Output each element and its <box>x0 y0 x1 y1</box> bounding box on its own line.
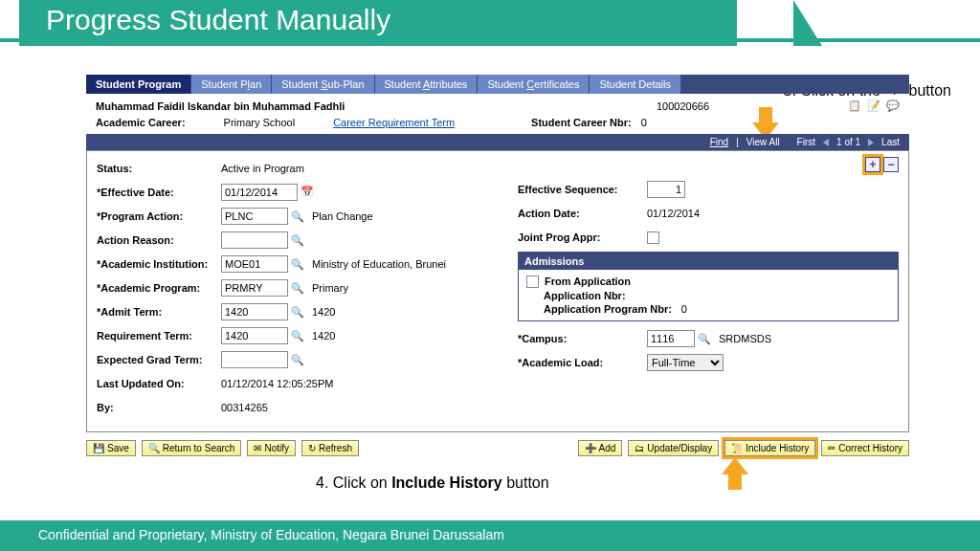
acad-load-select[interactable]: Full-Time <box>647 354 724 371</box>
txt: Save <box>107 443 129 453</box>
add-remove-row: + − <box>865 157 899 172</box>
prog-action-label: *Program Action: <box>97 210 221 222</box>
lookup-icon[interactable]: 🔍 <box>291 209 304 223</box>
nav-sep: | <box>736 137 739 147</box>
correct-history-button[interactable]: ✏Correct History <box>821 440 909 456</box>
from-app-checkbox[interactable] <box>526 276 539 288</box>
find-link[interactable]: Find <box>710 137 728 147</box>
txt: S <box>321 78 327 90</box>
academic-career-value: Primary School <box>224 117 296 128</box>
nav-next-icon[interactable] <box>868 139 874 146</box>
exp-grad-input[interactable] <box>221 351 288 368</box>
lookup-icon[interactable]: 🔍 <box>291 329 304 342</box>
slide-footer: Confidential and Proprietary, Ministry o… <box>0 520 980 551</box>
txt: Include History <box>746 443 809 453</box>
prog-action-input[interactable] <box>221 208 288 225</box>
update-display-button[interactable]: 🗂Update/Display <box>628 440 719 456</box>
prog-action-desc: Plan Change <box>312 210 373 222</box>
txt: Correct History <box>838 443 902 453</box>
view-all-link[interactable]: View All <box>746 137 780 147</box>
career-nbr-value: 0 <box>641 117 647 128</box>
arrow-stem-4 <box>728 473 742 490</box>
tab-student-subplan[interactable]: Student Sub-Plan <box>272 75 374 94</box>
eff-date-input[interactable] <box>221 184 298 201</box>
lookup-icon[interactable]: 🔍 <box>291 305 304 319</box>
remove-row-button[interactable]: − <box>883 157 899 172</box>
lookup-icon[interactable]: 🔍 <box>698 332 711 345</box>
eff-date-label: *Effective Date: <box>97 187 221 198</box>
txt: Student P <box>201 78 247 90</box>
admissions-box: Admissions From Application Application … <box>518 252 899 321</box>
campus-input[interactable] <box>647 330 695 347</box>
last-upd-value: 01/12/2014 12:05:25PM <box>221 378 333 389</box>
eff-seq-input[interactable] <box>647 181 685 198</box>
career-nbr-label: Student Career Nbr: <box>531 117 632 128</box>
tab-student-plan[interactable]: Student Plan <box>191 75 272 94</box>
status-label: Status: <box>97 163 221 174</box>
tab-student-details[interactable]: Student Details <box>590 75 681 94</box>
txt: an <box>250 78 261 90</box>
refresh-button[interactable]: ↻Refresh <box>301 440 359 456</box>
career-row: Academic Career: Primary School Career R… <box>86 115 909 134</box>
lookup-icon[interactable]: 🔍 <box>291 233 304 247</box>
page-indicator: 1 of 1 <box>836 137 860 147</box>
app-prog-nbr-value: 0 <box>681 303 687 315</box>
title-divider <box>0 38 980 42</box>
txt: ub-Plan <box>328 78 365 90</box>
lookup-icon[interactable]: 🔍 <box>291 281 304 295</box>
campus-desc: SRDMSDS <box>719 333 771 344</box>
add-row-button[interactable]: + <box>865 157 880 172</box>
tab-student-program[interactable]: Student Program <box>86 75 191 94</box>
txt: Add <box>599 443 616 453</box>
left-column: Status:Active in Program *Effective Date… <box>97 159 489 422</box>
by-label: By: <box>97 402 221 413</box>
txt: ertificates <box>534 78 579 90</box>
first-label: First <box>797 137 815 147</box>
notify-button[interactable]: ✉Notify <box>247 440 296 456</box>
action-reason-input[interactable] <box>221 231 288 249</box>
txt: Student <box>487 78 526 90</box>
last-upd-label: Last Updated On: <box>97 378 221 389</box>
acad-inst-input[interactable] <box>221 255 288 273</box>
admissions-header: Admissions <box>519 253 898 270</box>
edit-icon[interactable]: 📝 <box>867 99 880 113</box>
notepad-icon[interactable]: 📋 <box>848 99 861 113</box>
student-header: Muhammad Faidil Iskandar bin Muhammad Fa… <box>86 94 909 115</box>
txt: Update/Display <box>647 443 712 453</box>
nav-prev-icon[interactable] <box>823 139 829 146</box>
exp-grad-label: Expected Grad Term: <box>97 354 221 365</box>
txt: Refresh <box>319 443 352 453</box>
eff-seq-label: Effective Sequence: <box>518 184 647 195</box>
lookup-icon[interactable]: 🔍 <box>291 353 304 366</box>
req-term-input[interactable] <box>221 327 288 344</box>
include-history-button[interactable]: 📜Include History <box>724 440 815 456</box>
app-nbr-label: Application Nbr: <box>544 290 626 301</box>
calendar-icon[interactable]: 📅 <box>301 186 314 199</box>
add-button[interactable]: ➕Add <box>578 440 623 456</box>
slide-title-bar: Progress Student Manually <box>0 0 980 48</box>
txt: Return to Search <box>163 443 235 453</box>
student-name: Muhammad Faidil Iskandar bin Muhammad Fa… <box>96 100 657 112</box>
req-term-label: Requirement Term: <box>97 330 221 342</box>
form-body: + − Status:Active in Program *Effective … <box>86 150 909 432</box>
acad-prog-input[interactable] <box>221 279 288 297</box>
update-icon: 🗂 <box>635 443 644 453</box>
acad-prog-desc: Primary <box>312 282 348 294</box>
lookup-icon[interactable]: 🔍 <box>291 257 304 271</box>
admit-term-input[interactable] <box>221 303 288 320</box>
chat-icon[interactable]: 💬 <box>886 99 900 113</box>
joint-prog-label: Joint Prog Appr: <box>518 231 647 243</box>
refresh-icon: ↻ <box>308 443 316 453</box>
callout-4: 4. Click on Include History button <box>316 474 549 492</box>
txt: Student <box>385 78 423 90</box>
return-button[interactable]: 🔍Return to Search <box>142 440 242 456</box>
tab-student-certificates[interactable]: Student Certificates <box>478 75 590 94</box>
last-label: Last <box>881 137 900 147</box>
career-requirement-link[interactable]: Career Requirement Term <box>333 117 455 128</box>
joint-prog-checkbox[interactable] <box>647 231 659 244</box>
save-button[interactable]: 💾Save <box>86 440 136 456</box>
header-icons: 📋 📝 💬 <box>848 99 900 113</box>
tab-student-attributes[interactable]: Student Attributes <box>375 75 479 94</box>
admit-term-desc: 1420 <box>312 306 335 318</box>
slide-title: Progress Student Manually <box>46 4 390 36</box>
